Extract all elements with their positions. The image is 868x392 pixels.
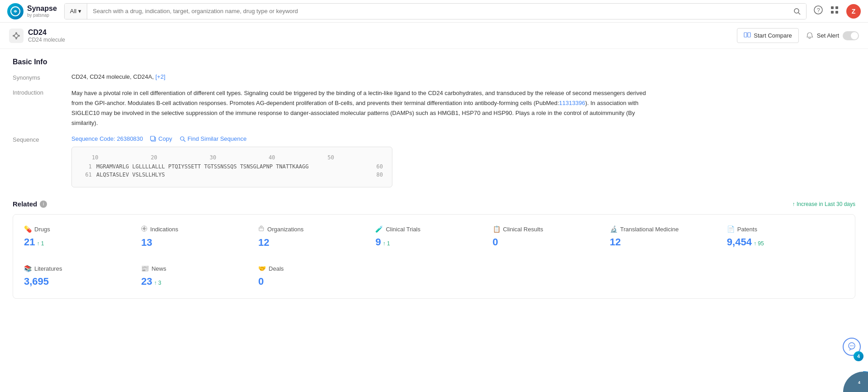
organizations-icon	[258, 225, 264, 233]
search-button[interactable]	[788, 4, 806, 19]
svg-text:?: ?	[817, 7, 820, 14]
related-item-deals[interactable]: 🤝 Deals 0	[258, 261, 375, 291]
subheader-left: CD24 CD24 molecule	[9, 29, 65, 43]
find-similar-button[interactable]: Find Similar Sequence	[179, 135, 247, 142]
sequence-line-1: 1 MGRAMVARLG LGLLLLALLL PTQIYSSETT TGTSS…	[81, 163, 383, 170]
indications-value: 13	[141, 237, 152, 249]
header-right: ? Z	[814, 4, 861, 19]
related-item-drugs[interactable]: 💊 Drugs 21 ↑ 1	[24, 222, 141, 252]
svg-rect-17	[151, 136, 155, 140]
help-icon[interactable]: ?	[814, 5, 823, 17]
related-item-patents[interactable]: 📄 Patents 9,454 ↑ 95	[727, 222, 844, 252]
related-item-literatures[interactable]: 📚 Literatures 3,695	[24, 261, 141, 291]
alert-toggle[interactable]	[843, 31, 859, 40]
search-input[interactable]	[87, 8, 788, 14]
pubmed-link[interactable]: 11313396	[559, 100, 585, 106]
svg-line-19	[184, 140, 185, 142]
patents-label: Patents	[737, 226, 757, 233]
page-title: CD24	[28, 29, 65, 37]
drugs-icon: 💊	[24, 225, 32, 233]
logo-text: Synapse by patsnap	[27, 4, 57, 18]
logo-sub: by patsnap	[27, 13, 57, 18]
related-section: Related i ↑ Increase in Last 30 days 💊 D…	[13, 200, 855, 299]
related-info-icon[interactable]: i	[40, 201, 47, 208]
main-content: Basic Info Synonyms CD24, CD24 molecule,…	[0, 49, 868, 308]
compare-label: Start Compare	[754, 32, 792, 39]
drugs-label: Drugs	[34, 226, 50, 233]
svg-point-13	[18, 35, 20, 37]
sequence-label: Sequence	[13, 135, 71, 187]
logo-brand: Synapse	[27, 4, 57, 13]
svg-rect-15	[748, 33, 750, 37]
start-compare-button[interactable]: Start Compare	[737, 28, 799, 43]
news-label: News	[151, 265, 166, 272]
sequence-code-link[interactable]: Sequence Code: 26380830	[71, 135, 143, 142]
sequence-value: Sequence Code: 26380830 Copy Find Simila…	[71, 135, 855, 187]
alert-row: Set Alert	[806, 31, 859, 40]
increase-label: ↑ Increase in Last 30 days	[793, 201, 855, 207]
clinical-trials-delta: ↑ 1	[383, 240, 390, 247]
apps-icon[interactable]	[830, 5, 839, 17]
related-item-organizations[interactable]: Organizations 12	[258, 222, 375, 252]
synonyms-label: Synonyms	[13, 73, 71, 81]
svg-point-9	[14, 34, 18, 38]
related-grid-row1: 💊 Drugs 21 ↑ 1	[24, 222, 844, 252]
svg-point-10	[15, 32, 17, 34]
drugs-value: 21	[24, 236, 35, 248]
organizations-label: Organizations	[267, 226, 303, 233]
chevron-down-icon: ▾	[78, 8, 81, 14]
copy-button[interactable]: Copy	[150, 135, 172, 142]
related-item-news[interactable]: 📰 News 23 ↑ 3	[141, 261, 258, 291]
deals-icon: 🤝	[258, 265, 266, 272]
search-type-dropdown[interactable]: All ▾	[65, 4, 87, 19]
clinical-trials-label: Clinical Trials	[386, 226, 420, 233]
basic-info-title: Basic Info	[13, 58, 855, 66]
logo: Synapse by patsnap	[7, 3, 57, 19]
svg-rect-5	[831, 6, 834, 9]
deals-label: Deals	[269, 265, 283, 272]
patents-delta: ↑ 95	[754, 240, 764, 247]
sequence-line-2: 61 ALQSTASLEV VSLSLLHLYS 80	[81, 172, 383, 178]
synonyms-row: Synonyms CD24, CD24 molecule, CD24A, [+2…	[13, 73, 855, 81]
news-icon: 📰	[141, 265, 149, 272]
logo-icon	[7, 3, 24, 19]
related-title-row: Related i	[13, 200, 47, 208]
indications-label: Indications	[150, 226, 178, 233]
avatar[interactable]: Z	[846, 4, 861, 19]
clinical-results-icon: 📋	[493, 225, 500, 233]
molecule-icon	[9, 29, 24, 43]
up-arrow-icon: ↑	[793, 201, 797, 207]
sequence-ruler: 1020304050	[81, 154, 334, 163]
news-value: 23	[141, 276, 152, 287]
related-card: 💊 Drugs 21 ↑ 1	[13, 214, 855, 299]
svg-point-18	[180, 137, 184, 140]
organizations-value: 12	[258, 237, 269, 249]
synonyms-more-link[interactable]: [+2]	[156, 73, 165, 80]
svg-rect-7	[831, 11, 834, 14]
clinical-trials-icon: 🧪	[375, 225, 383, 233]
sequence-box: 1020304050 1 MGRAMVARLG LGLLLLALLL PTQIY…	[71, 147, 392, 187]
related-grid-row2: 📚 Literatures 3,695 📰 News 23 ↑	[24, 261, 844, 291]
search-bar: All ▾	[64, 3, 807, 19]
introduction-value: May have a pivotal role in cell differen…	[71, 88, 855, 128]
spacer	[375, 261, 844, 291]
related-item-indications[interactable]: Indications 13	[141, 222, 258, 252]
literatures-label: Literatures	[34, 265, 62, 272]
search-type-label: All	[70, 8, 76, 14]
deals-value: 0	[258, 276, 264, 287]
news-delta: ↑ 3	[154, 280, 161, 286]
related-item-clinical-results[interactable]: 📋 Clinical Results 0	[493, 222, 610, 252]
introduction-label: Introduction	[13, 88, 71, 128]
svg-rect-6	[835, 6, 838, 9]
subheader: CD24 CD24 molecule Start Compare Set Ale…	[0, 23, 868, 49]
svg-rect-24	[260, 226, 262, 227]
translational-icon: 🔬	[610, 225, 618, 233]
svg-point-12	[13, 35, 14, 37]
introduction-row: Introduction May have a pivotal role in …	[13, 88, 855, 128]
svg-point-11	[15, 38, 17, 39]
subheader-title-block: CD24 CD24 molecule	[28, 29, 65, 43]
related-item-translational[interactable]: 🔬 Translational Medicine 12	[610, 222, 727, 252]
related-item-clinical-trials[interactable]: 🧪 Clinical Trials 9 ↑ 1	[375, 222, 492, 252]
translational-label: Translational Medicine	[620, 226, 679, 233]
svg-line-2	[798, 13, 800, 14]
